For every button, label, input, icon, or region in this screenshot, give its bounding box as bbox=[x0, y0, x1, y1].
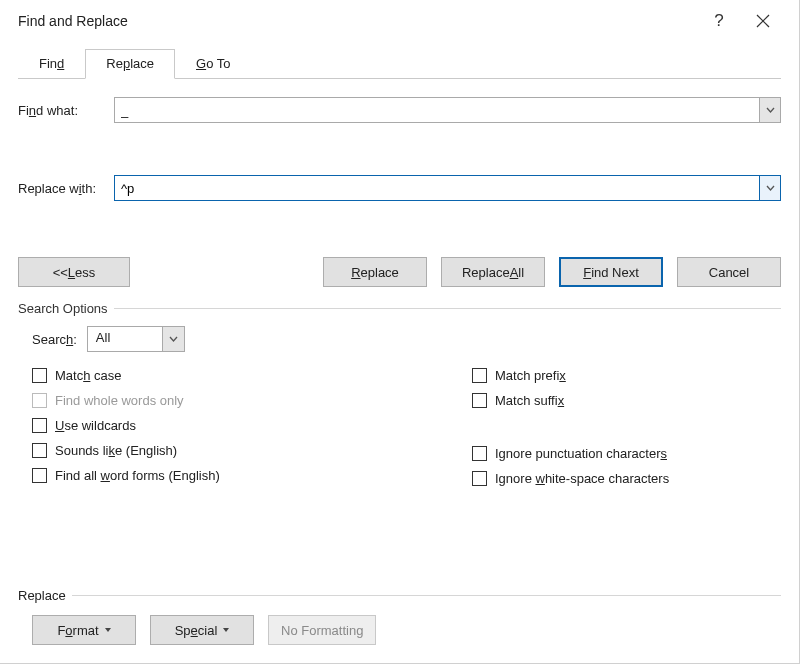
cancel-button[interactable]: Cancel bbox=[677, 257, 781, 287]
find-next-button[interactable]: Find Next bbox=[559, 257, 663, 287]
dialog-body: Find Replace Go To Find what: Replace wi… bbox=[0, 48, 799, 504]
close-icon bbox=[756, 14, 770, 28]
window-title: Find and Replace bbox=[18, 13, 697, 29]
find-what-combo bbox=[114, 97, 781, 123]
find-what-row: Find what: bbox=[18, 97, 781, 123]
checkbox-box bbox=[32, 393, 47, 408]
all-word-forms-checkbox[interactable]: Find all word forms (English) bbox=[32, 468, 432, 483]
match-prefix-checkbox[interactable]: Match prefix bbox=[472, 368, 669, 383]
replace-with-combo bbox=[114, 175, 781, 201]
checkbox-label: Find all word forms (English) bbox=[55, 468, 220, 483]
checkbox-box bbox=[32, 368, 47, 383]
checkbox-label: Match suffix bbox=[495, 393, 564, 408]
replace-with-row: Replace with: bbox=[18, 175, 781, 201]
checkbox-box bbox=[32, 468, 47, 483]
checkbox-columns: Match case Find whole words only Use wil… bbox=[32, 358, 781, 486]
replace-footer-section: Replace Format Special No Formatting bbox=[18, 588, 781, 645]
checkbox-label: Ignore white-space characters bbox=[495, 471, 669, 486]
checkbox-box bbox=[32, 443, 47, 458]
help-button[interactable]: ? bbox=[697, 0, 741, 42]
find-what-label: Find what: bbox=[18, 103, 114, 118]
ignore-punctuation-checkbox[interactable]: Ignore punctuation characters bbox=[472, 446, 669, 461]
replace-footer-buttons: Format Special No Formatting bbox=[18, 615, 781, 645]
chevron-down-icon bbox=[223, 628, 229, 632]
find-what-dropdown[interactable] bbox=[759, 97, 781, 123]
replace-footer-title: Replace bbox=[18, 588, 781, 603]
search-options-block: Search: All Match case Find wh bbox=[32, 326, 781, 486]
search-direction-select[interactable]: All bbox=[87, 326, 185, 352]
use-wildcards-checkbox[interactable]: Use wildcards bbox=[32, 418, 432, 433]
format-button[interactable]: Format bbox=[32, 615, 136, 645]
checkbox-label: Find whole words only bbox=[55, 393, 184, 408]
replace-all-button[interactable]: Replace All bbox=[441, 257, 545, 287]
tab-replace[interactable]: Replace bbox=[85, 49, 175, 79]
divider bbox=[72, 595, 781, 596]
close-button[interactable] bbox=[741, 0, 785, 42]
chevron-down-icon bbox=[766, 185, 775, 191]
search-options-title: Search Options bbox=[18, 301, 781, 316]
replace-with-dropdown[interactable] bbox=[759, 175, 781, 201]
tab-find[interactable]: Find bbox=[18, 49, 85, 79]
search-direction-value: All bbox=[88, 327, 162, 351]
find-replace-dialog: Find and Replace ? Find Replace Go To Fi… bbox=[0, 0, 800, 664]
divider bbox=[114, 308, 781, 309]
checkbox-box bbox=[472, 446, 487, 461]
checkbox-box bbox=[32, 418, 47, 433]
search-direction-label: Search: bbox=[32, 332, 77, 347]
checkbox-label: Use wildcards bbox=[55, 418, 136, 433]
tabstrip: Find Replace Go To bbox=[18, 48, 781, 79]
checkbox-box bbox=[472, 368, 487, 383]
whole-words-checkbox: Find whole words only bbox=[32, 393, 432, 408]
replace-with-input[interactable] bbox=[114, 175, 759, 201]
main-button-row: << Less Replace Replace All Find Next Ca… bbox=[18, 257, 781, 287]
no-formatting-button: No Formatting bbox=[268, 615, 376, 645]
chevron-down-icon bbox=[105, 628, 111, 632]
checkbox-column-left: Match case Find whole words only Use wil… bbox=[32, 368, 432, 486]
match-case-checkbox[interactable]: Match case bbox=[32, 368, 432, 383]
checkbox-box bbox=[472, 393, 487, 408]
replace-with-label: Replace with: bbox=[18, 181, 114, 196]
checkbox-label: Match prefix bbox=[495, 368, 566, 383]
less-button[interactable]: << Less bbox=[18, 257, 130, 287]
ignore-whitespace-checkbox[interactable]: Ignore white-space characters bbox=[472, 471, 669, 486]
titlebar: Find and Replace ? bbox=[0, 0, 799, 42]
replace-footer-label: Replace bbox=[18, 588, 66, 603]
checkbox-label: Match case bbox=[55, 368, 121, 383]
search-direction-dropdown[interactable] bbox=[162, 327, 184, 351]
special-button[interactable]: Special bbox=[150, 615, 254, 645]
checkbox-label: Sounds like (English) bbox=[55, 443, 177, 458]
chevron-down-icon bbox=[766, 107, 775, 113]
checkbox-box bbox=[472, 471, 487, 486]
checkbox-column-right: Match prefix Match suffix Ignore punctua… bbox=[472, 368, 669, 486]
search-direction-row: Search: All bbox=[32, 326, 781, 352]
search-options-label: Search Options bbox=[18, 301, 108, 316]
find-what-input[interactable] bbox=[114, 97, 759, 123]
chevron-down-icon bbox=[169, 336, 178, 342]
replace-button[interactable]: Replace bbox=[323, 257, 427, 287]
checkbox-label: Ignore punctuation characters bbox=[495, 446, 667, 461]
tab-goto[interactable]: Go To bbox=[175, 49, 251, 79]
match-suffix-checkbox[interactable]: Match suffix bbox=[472, 393, 669, 408]
sounds-like-checkbox[interactable]: Sounds like (English) bbox=[32, 443, 432, 458]
